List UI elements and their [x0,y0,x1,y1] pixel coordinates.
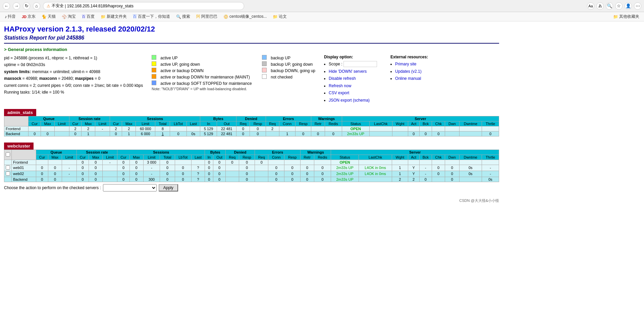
updates-link[interactable]: Updates (v2.1) [395,69,422,74]
disable-refresh-link[interactable]: Disable refresh [329,76,356,81]
wc-web02-d-req [225,171,239,177]
wc-be-w-retr: 0 [300,177,314,182]
col-wght: Wght [392,121,408,126]
wc-be-lastchk [359,177,392,182]
wc-web02-bck: - [419,171,432,177]
wc-denied-header: Denied [225,150,255,155]
wc-fe-chk [432,160,445,165]
wc-be-e-resp: 0 [284,177,300,182]
ab-d-resp: 0 [250,131,266,136]
af-q-limit [54,126,69,131]
online-manual-link[interactable]: Online manual [395,76,421,81]
wc-web02-s-max: 0 [129,171,143,177]
col-s-lbtot: LbTot [170,121,186,126]
profile-button[interactable]: 👤 [625,2,632,10]
wc-wght: Wght [392,155,408,160]
translate-button[interactable]: あ [596,2,604,10]
col-thrtle: Thrtle [482,121,499,126]
wc-s-cur: Cur [117,155,130,160]
af-sr-limit: - [95,126,110,131]
wc-fe-dwn [445,160,459,165]
json-export-link[interactable]: JSON export [329,98,352,103]
ab-s-max: 1 [122,131,136,136]
info-line-5: current conns = 2; current pipes = 0/0; … [4,82,143,89]
bookmark-alibaba[interactable]: 阿 阿里巴巴 [194,13,219,20]
col-s-total: Total [155,121,170,126]
bookmark-search[interactable]: 🔍 搜索 [174,13,192,20]
wc-web01-checkbox-cell[interactable] [4,165,12,171]
apply-button[interactable]: Apply [159,184,178,191]
primary-site-link[interactable]: Primary site [395,62,416,66]
wc-web01-lastchk: L4OK in 0ms [359,165,392,171]
wc-web01-s-lbtot: 0 [175,165,191,171]
csv-export-link[interactable]: CSV export [329,91,349,95]
col-d-req: Req [236,121,250,126]
wc-web01-b-in: 0 [205,165,213,171]
wc-web02-row: web02 0 0 - 0 0 0 0 - 0 0 ? 0 0 0 [4,171,499,177]
col-s-max: Max [122,121,136,126]
back-button[interactable]: ← [3,2,10,10]
ab-q-cur: 0 [29,131,41,136]
wc-dwntme: Dwntme [459,155,482,160]
ab-act: 0 [408,131,419,136]
wc-web02-e-conn: 0 [268,171,284,177]
hide-down-servers-link[interactable]: Hide 'DOWN' servers [329,69,367,74]
wc-web02-checkbox[interactable] [6,171,10,176]
json-schema-link[interactable]: (schema) [353,98,370,103]
bookmark-other[interactable]: 📁 其他收藏夹 [611,13,641,20]
bookmark-taobao[interactable]: ⚾ 淘宝 [60,13,78,20]
bookmark-jd[interactable]: JD 京东 [20,13,38,20]
search-button[interactable]: 🔍 [606,2,613,10]
col-sessionrate-header: Session rate [69,116,110,121]
admin-frontend-label: Frontend [4,126,29,131]
select-all-checkbox[interactable] [6,152,10,157]
action-select[interactable]: Set state to READY Set state to DRAIN Se… [103,184,157,191]
wc-web01-d-resp: 0 [239,165,255,171]
page-title: HAProxy version 2.1.3, released 2020/02/… [4,25,499,34]
home-button[interactable]: ⌂ [33,2,40,10]
favorites-star-button[interactable]: ☆ [615,2,623,10]
refresh-now-link[interactable]: Refresh now [329,84,351,88]
bookmark-baidu[interactable]: 百 百度 [80,13,97,20]
bookmark-baidu2[interactable]: 百 百度一下，你知道 [131,13,172,20]
wc-be-e-req [255,177,268,182]
address-bar[interactable]: ⚠ 不安全 | 192.168.205.144:8189/haproxy_sta… [43,2,244,10]
forward-button[interactable]: → [13,2,20,10]
wc-fe-q-cur [36,160,48,165]
legend-label-not-checked: not checked [269,74,317,80]
ext-resources-title: External resources: [390,55,428,59]
wc-web02-checkbox-cell[interactable] [4,171,12,177]
legend-label-backup-down-going-up: backup DOWN, going up [269,67,317,74]
scope-input[interactable] [343,61,377,67]
bookmark-douyin[interactable]: ♪ 抖音 [3,13,18,20]
wc-fe-e-resp [284,160,300,165]
af-act [408,126,419,131]
col-w-redis: Redis [325,121,342,126]
wc-be-s-limit: 300 [143,177,160,182]
legend-color-not-checked [262,74,267,79]
more-button[interactable]: ⋯ [634,2,641,10]
admin-stats-title: admin_stats [4,109,36,116]
wc-be-b-out: 0 [213,177,226,182]
bookmark-paper[interactable]: 📁 论文 [271,13,289,20]
admin-backend-row: Backend 0 0 0 1 0 1 6 000 1 0 0s 5 129 2… [4,131,499,136]
af-s-limit: 60 000 [136,126,155,131]
wc-e-req: Req [255,155,268,160]
scope-label: Scope : [329,62,342,66]
wc-fe-s-limit: 3 000 [143,160,160,165]
display-option: Display option: Scope : Hide 'DOWN' serv… [324,55,377,104]
bookmark-folder1[interactable]: 📁 新建文件夹 [99,13,129,20]
wc-web01-checkbox[interactable] [6,165,10,170]
wc-fe-s-max: 0 [129,160,143,165]
wc-fe-w-redis [314,160,331,165]
wc-be-checkbox-cell [4,177,12,182]
ab-dwn [445,131,459,136]
bookmark-tianmao[interactable]: 🐈 天猫 [40,13,58,20]
reload-button[interactable]: ↻ [23,2,30,10]
legend-color-backup-down-going-up [262,68,267,72]
wc-be-thrtle: 0s [482,177,499,182]
read-mode-button[interactable]: Aa [587,2,594,10]
wc-web01-d-req [225,165,239,171]
wc-fe-sr-cur: 0 [76,160,89,165]
bookmark-centos[interactable]: 📀 centos镜像_centos... [221,13,269,20]
